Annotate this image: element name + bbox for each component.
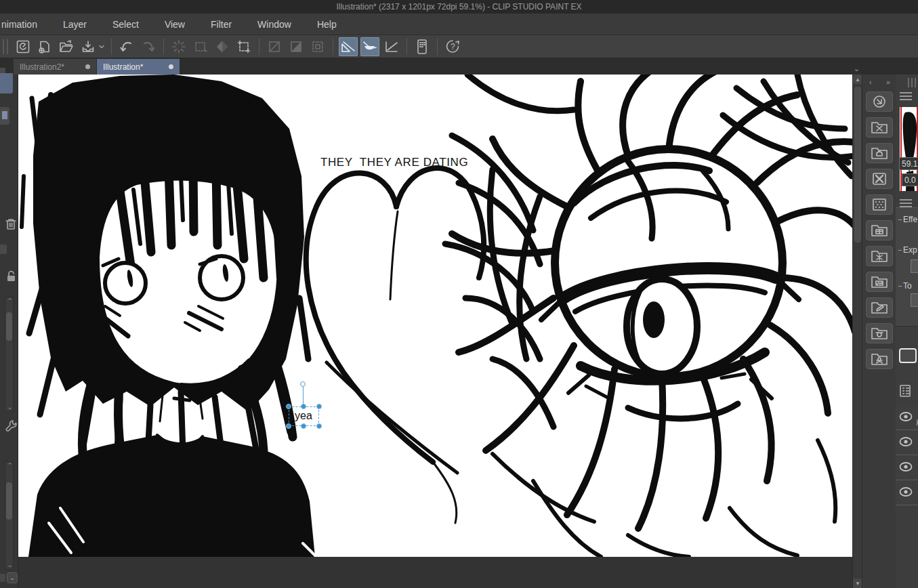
scroll-up-arrow[interactable]: ⌃ xyxy=(5,462,14,469)
snap-curve-icon xyxy=(362,39,378,54)
scroll-down-button[interactable]: ▼ xyxy=(853,579,862,588)
menu-window[interactable]: Window xyxy=(245,14,304,35)
layer-row[interactable] xyxy=(896,405,918,430)
palette-button-fragment[interactable] xyxy=(0,574,5,582)
menu-filter[interactable]: Filter xyxy=(198,14,245,35)
left-scrollbar[interactable]: ⌃ ⌄ xyxy=(5,297,14,412)
redo-button[interactable] xyxy=(139,37,158,56)
tab-illustration2[interactable]: Illustration2* xyxy=(14,59,96,75)
layer-row[interactable] xyxy=(896,480,918,505)
palette-button-fragment[interactable] xyxy=(0,245,7,254)
collapse-left-chevron[interactable]: ‹ xyxy=(869,78,872,86)
unsaved-dot-icon xyxy=(85,64,90,69)
ruler-button-2[interactable] xyxy=(287,37,306,56)
tab-illustration[interactable]: Illustration* xyxy=(97,59,180,75)
palette-material-8[interactable] xyxy=(866,297,893,318)
canvas-viewport[interactable]: THEY THEY ARE DATING yea xyxy=(18,75,852,588)
selection-handle-top-right[interactable] xyxy=(316,404,322,409)
chevron-down-icon xyxy=(98,43,105,50)
menu-animation[interactable]: nimation xyxy=(0,14,50,35)
save-dropdown-chevron[interactable] xyxy=(98,37,106,56)
layer-row[interactable] xyxy=(896,455,918,480)
menu-layer[interactable]: Layer xyxy=(50,14,100,35)
layer-visibility-eye-icon[interactable] xyxy=(899,462,913,471)
property-control-fragment[interactable] xyxy=(911,259,918,273)
settings-button[interactable] xyxy=(4,419,18,435)
selected-tool-fragment[interactable] xyxy=(0,73,13,93)
palette-material-3[interactable] xyxy=(866,169,893,189)
rotation-handle[interactable] xyxy=(300,381,306,387)
undo-button[interactable] xyxy=(117,37,136,56)
new-file-button[interactable] xyxy=(35,37,54,56)
editing-pencil-icon xyxy=(913,419,918,426)
processing-spinner-button[interactable] xyxy=(169,37,188,56)
select-launcher-button[interactable] xyxy=(191,37,210,56)
toolbar-grip-handle[interactable] xyxy=(3,39,8,54)
scrollbar-thumb[interactable] xyxy=(6,482,12,520)
panel-menu-icon[interactable] xyxy=(900,199,912,207)
selection-handle-bottom-left[interactable] xyxy=(286,423,291,429)
command-bar: ? xyxy=(0,35,918,58)
delete-layer-button[interactable] xyxy=(5,217,17,234)
toolbar-separator xyxy=(333,39,333,55)
palette-material-2[interactable] xyxy=(866,143,893,163)
canvas[interactable]: THEY THEY ARE DATING yea xyxy=(18,75,852,557)
tab-list-chevron[interactable]: ⌄ xyxy=(854,64,860,73)
palette-quick-access[interactable] xyxy=(866,91,893,112)
ruler-button-3[interactable] xyxy=(308,37,327,56)
ruler-button-1[interactable] xyxy=(265,37,284,56)
snap-to-grid-button[interactable] xyxy=(382,37,401,56)
selection-handle-bottom-mid[interactable] xyxy=(301,423,306,429)
palette-material-6[interactable] xyxy=(866,246,893,266)
selected-subtool-fragment[interactable] xyxy=(899,348,917,363)
scrollbar-thumb[interactable] xyxy=(6,312,12,341)
navigator-zoom-field[interactable]: 59.1 xyxy=(899,157,918,170)
navigator-rotate-field[interactable]: 0.0 xyxy=(902,173,918,186)
layer-row[interactable] xyxy=(896,430,918,455)
expand-chevrons[interactable]: » xyxy=(886,78,890,86)
layer-visibility-eye-icon[interactable] xyxy=(899,412,913,421)
gradient-button[interactable] xyxy=(213,37,232,56)
selection-handle-bottom-right[interactable] xyxy=(316,423,322,429)
property-control-fragment[interactable] xyxy=(911,293,918,307)
left-scrollbar-2[interactable]: ⌃ ⌄ xyxy=(5,461,14,570)
list-view-icon[interactable] xyxy=(900,385,911,397)
lock-button[interactable] xyxy=(5,270,17,286)
frame-border-button[interactable] xyxy=(234,37,253,56)
title-bar: Illustration* (2317 x 1201px 72dpi 59.1%… xyxy=(0,0,918,14)
panel-grip-handle[interactable] xyxy=(908,78,916,87)
text-object-selection[interactable]: yea xyxy=(289,406,319,426)
open-file-button[interactable] xyxy=(57,37,76,56)
palette-material-5[interactable] xyxy=(866,220,893,240)
scroll-up-button[interactable]: ▲ xyxy=(853,75,862,84)
snap-to-special-ruler-button[interactable] xyxy=(360,37,379,56)
help-glyph: ? xyxy=(451,42,455,51)
scroll-down-arrow[interactable]: ⌄ xyxy=(5,404,14,411)
palette-material-4[interactable] xyxy=(866,194,893,215)
canvas-vertical-scrollbar[interactable]: ▲ ▼ xyxy=(852,75,862,588)
palette-material-9[interactable] xyxy=(866,323,893,343)
menu-select[interactable]: Select xyxy=(100,14,152,35)
menu-help[interactable]: Help xyxy=(304,14,350,35)
layer-visibility-eye-icon[interactable] xyxy=(899,437,913,446)
menu-view[interactable]: View xyxy=(152,14,198,35)
toolbar-separator xyxy=(163,39,164,55)
navigator-menu-icon[interactable] xyxy=(900,92,912,100)
save-file-button[interactable] xyxy=(79,37,98,56)
palette-material-7[interactable] xyxy=(866,272,893,292)
palette-material-10[interactable] xyxy=(866,349,893,369)
selection-handle-top-mid[interactable] xyxy=(301,404,306,409)
scrollbar-thumb[interactable] xyxy=(854,87,861,243)
palette-material-1[interactable] xyxy=(866,117,893,138)
expand-button[interactable]: ⌄ xyxy=(7,572,18,583)
scroll-up-arrow[interactable]: ⌃ xyxy=(5,297,14,304)
clip-studio-logo-button[interactable] xyxy=(14,37,33,56)
selection-handle-top-left[interactable] xyxy=(286,404,291,409)
scroll-down-arrow[interactable]: ⌄ xyxy=(5,562,14,568)
snap-to-ruler-button[interactable] xyxy=(339,37,358,56)
help-support-button[interactable]: ? xyxy=(443,37,462,56)
companion-mode-button[interactable] xyxy=(413,37,432,56)
layer-visibility-eye-icon[interactable] xyxy=(899,487,913,497)
tool-button-fragment[interactable] xyxy=(0,107,9,125)
property-label-tone: To xyxy=(898,281,912,291)
